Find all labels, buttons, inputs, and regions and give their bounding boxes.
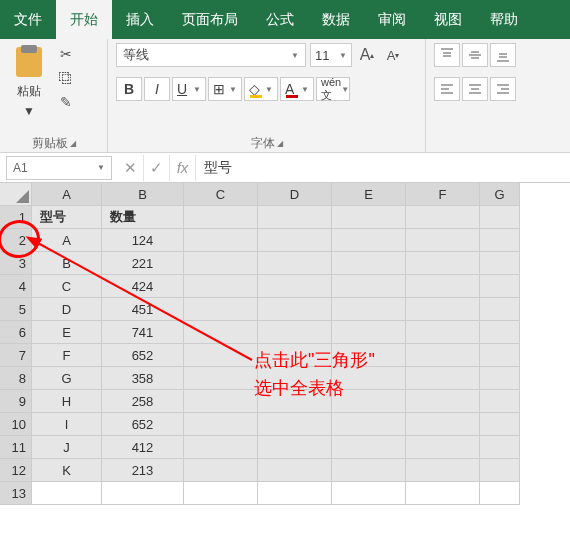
cell-F1[interactable] bbox=[406, 206, 480, 229]
col-header-C[interactable]: C bbox=[184, 183, 258, 206]
tab-view[interactable]: 视图 bbox=[420, 0, 476, 39]
cell-C5[interactable] bbox=[184, 298, 258, 321]
cell-D6[interactable] bbox=[258, 321, 332, 344]
cell-E10[interactable] bbox=[332, 413, 406, 436]
cell-A8[interactable]: G bbox=[32, 367, 102, 390]
cell-D1[interactable] bbox=[258, 206, 332, 229]
cell-B6[interactable]: 741 bbox=[102, 321, 184, 344]
cell-G2[interactable] bbox=[480, 229, 520, 252]
cell-G9[interactable] bbox=[480, 390, 520, 413]
grow-font-button[interactable]: A▴ bbox=[356, 44, 378, 66]
cell-C6[interactable] bbox=[184, 321, 258, 344]
cell-B3[interactable]: 221 bbox=[102, 252, 184, 275]
cell-E3[interactable] bbox=[332, 252, 406, 275]
cell-F3[interactable] bbox=[406, 252, 480, 275]
cell-G6[interactable] bbox=[480, 321, 520, 344]
row-header-6[interactable]: 6 bbox=[0, 321, 32, 344]
cell-C9[interactable] bbox=[184, 390, 258, 413]
cell-B11[interactable]: 412 bbox=[102, 436, 184, 459]
cell-D3[interactable] bbox=[258, 252, 332, 275]
cell-F8[interactable] bbox=[406, 367, 480, 390]
cell-E2[interactable] bbox=[332, 229, 406, 252]
cell-A3[interactable]: B bbox=[32, 252, 102, 275]
col-header-E[interactable]: E bbox=[332, 183, 406, 206]
col-header-D[interactable]: D bbox=[258, 183, 332, 206]
cell-F9[interactable] bbox=[406, 390, 480, 413]
cell-C3[interactable] bbox=[184, 252, 258, 275]
tab-file[interactable]: 文件 bbox=[0, 0, 56, 39]
col-header-A[interactable]: A bbox=[32, 183, 102, 206]
cell-B9[interactable]: 258 bbox=[102, 390, 184, 413]
phonetic-button[interactable]: wén文▼ bbox=[316, 77, 350, 101]
cell-B8[interactable]: 358 bbox=[102, 367, 184, 390]
cell-G8[interactable] bbox=[480, 367, 520, 390]
tab-help[interactable]: 帮助 bbox=[476, 0, 532, 39]
cell-A6[interactable]: E bbox=[32, 321, 102, 344]
cell-A11[interactable]: J bbox=[32, 436, 102, 459]
fx-enter-icon[interactable]: ✓ bbox=[144, 155, 170, 181]
row-header-4[interactable]: 4 bbox=[0, 275, 32, 298]
align-middle-button[interactable] bbox=[462, 43, 488, 67]
cell-D13[interactable] bbox=[258, 482, 332, 505]
cell-F2[interactable] bbox=[406, 229, 480, 252]
row-header-9[interactable]: 9 bbox=[0, 390, 32, 413]
align-left-button[interactable] bbox=[434, 77, 460, 101]
cell-G5[interactable] bbox=[480, 298, 520, 321]
cell-B13[interactable] bbox=[102, 482, 184, 505]
cell-B5[interactable]: 451 bbox=[102, 298, 184, 321]
cell-D12[interactable] bbox=[258, 459, 332, 482]
row-header-7[interactable]: 7 bbox=[0, 344, 32, 367]
tab-insert[interactable]: 插入 bbox=[112, 0, 168, 39]
align-center-button[interactable] bbox=[462, 77, 488, 101]
cell-G13[interactable] bbox=[480, 482, 520, 505]
cell-G7[interactable] bbox=[480, 344, 520, 367]
fx-icon[interactable]: fx bbox=[170, 155, 196, 181]
row-header-13[interactable]: 13 bbox=[0, 482, 32, 505]
cell-G3[interactable] bbox=[480, 252, 520, 275]
cell-D2[interactable] bbox=[258, 229, 332, 252]
row-header-11[interactable]: 11 bbox=[0, 436, 32, 459]
align-top-button[interactable] bbox=[434, 43, 460, 67]
row-header-10[interactable]: 10 bbox=[0, 413, 32, 436]
cell-E5[interactable] bbox=[332, 298, 406, 321]
bold-button[interactable]: B bbox=[116, 77, 142, 101]
tab-review[interactable]: 审阅 bbox=[364, 0, 420, 39]
tab-formula[interactable]: 公式 bbox=[252, 0, 308, 39]
cell-D10[interactable] bbox=[258, 413, 332, 436]
cell-E1[interactable] bbox=[332, 206, 406, 229]
tab-layout[interactable]: 页面布局 bbox=[168, 0, 252, 39]
grid[interactable]: ABCDEFG1型号数量2A1243B2214C4245D4516E7417F6… bbox=[0, 183, 570, 505]
row-header-8[interactable]: 8 bbox=[0, 367, 32, 390]
cell-G4[interactable] bbox=[480, 275, 520, 298]
cell-A5[interactable]: D bbox=[32, 298, 102, 321]
font-color-button[interactable]: A▼ bbox=[280, 77, 314, 101]
cut-icon[interactable]: ✂ bbox=[56, 45, 76, 63]
select-all-corner[interactable] bbox=[0, 183, 32, 206]
paste-button[interactable]: 粘贴 ▼ bbox=[8, 43, 50, 118]
copy-icon[interactable]: ⿻ bbox=[56, 69, 76, 87]
cell-C13[interactable] bbox=[184, 482, 258, 505]
cell-C11[interactable] bbox=[184, 436, 258, 459]
cell-C12[interactable] bbox=[184, 459, 258, 482]
align-right-button[interactable] bbox=[490, 77, 516, 101]
cell-D11[interactable] bbox=[258, 436, 332, 459]
cell-C8[interactable] bbox=[184, 367, 258, 390]
shrink-font-button[interactable]: A▾ bbox=[382, 44, 404, 66]
col-header-G[interactable]: G bbox=[480, 183, 520, 206]
cell-B1[interactable]: 数量 bbox=[102, 206, 184, 229]
row-header-5[interactable]: 5 bbox=[0, 298, 32, 321]
cell-F13[interactable] bbox=[406, 482, 480, 505]
cell-D4[interactable] bbox=[258, 275, 332, 298]
cell-E4[interactable] bbox=[332, 275, 406, 298]
fill-color-button[interactable]: ◇▼ bbox=[244, 77, 278, 101]
cell-F10[interactable] bbox=[406, 413, 480, 436]
cell-A12[interactable]: K bbox=[32, 459, 102, 482]
fx-cancel-icon[interactable]: ✕ bbox=[118, 155, 144, 181]
cell-C10[interactable] bbox=[184, 413, 258, 436]
col-header-F[interactable]: F bbox=[406, 183, 480, 206]
cell-B12[interactable]: 213 bbox=[102, 459, 184, 482]
format-painter-icon[interactable]: ✎ bbox=[56, 93, 76, 111]
cell-A2[interactable]: A bbox=[32, 229, 102, 252]
italic-button[interactable]: I bbox=[144, 77, 170, 101]
cell-A7[interactable]: F bbox=[32, 344, 102, 367]
